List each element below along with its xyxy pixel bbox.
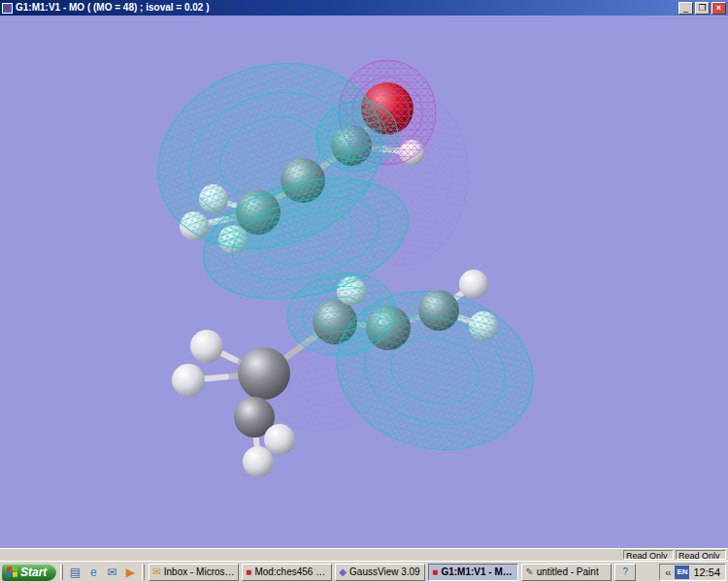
task-button-label: untitled - Paint <box>537 566 599 577</box>
task-button[interactable]: ✉Inbox - Microso... <box>149 564 239 581</box>
windows-logo-icon <box>7 566 17 577</box>
language-indicator[interactable]: EN <box>675 566 689 579</box>
start-button[interactable]: Start <box>2 564 56 581</box>
task-button-label: Inbox - Microso... <box>164 566 236 577</box>
task-button-label: GaussView 3.09 <box>349 566 420 577</box>
task-button[interactable]: ◆GaussView 3.09 <box>335 564 425 581</box>
taskbar-divider <box>142 565 145 580</box>
molecular-orbital-scene <box>0 16 728 548</box>
taskbar: Start ▤e✉▶ ✉Inbox - Microso...■Mod:ches4… <box>0 561 728 582</box>
task-button[interactable]: ■Mod:ches456 - ... <box>242 564 332 581</box>
atom-C <box>238 347 290 400</box>
task-button-icon: ◆ <box>339 565 347 580</box>
minimize-button[interactable]: _ <box>678 2 693 15</box>
task-button-label: Mod:ches456 - ... <box>254 566 328 577</box>
task-button-icon: ■ <box>246 565 251 580</box>
task-button-icon: ■ <box>432 565 438 580</box>
maximize-button[interactable]: ❐ <box>695 2 710 15</box>
tray-chevron-icon[interactable]: « <box>665 566 671 578</box>
window-title: G1:M1:V1 - MO ( (MO = 48) ; isoval = 0.0… <box>16 0 676 16</box>
atom-H <box>190 330 223 363</box>
task-button[interactable]: ✎untitled - Paint <box>521 564 612 581</box>
task-button-icon: ✉ <box>152 565 160 580</box>
status-bar: Read OnlyRead Only <box>0 548 728 561</box>
task-button-icon: ✎ <box>525 565 533 580</box>
status-panel: Read Only <box>676 550 726 560</box>
taskbar-divider <box>60 565 63 580</box>
task-button-icon: ? <box>623 565 629 580</box>
window-icon <box>2 3 13 14</box>
start-label: Start <box>20 566 47 579</box>
task-button-label: G1:M1:V1 - MO... <box>441 566 514 577</box>
atom-H <box>243 446 274 477</box>
media-player-icon[interactable]: ▶ <box>122 565 138 580</box>
outlook-express-icon[interactable]: ✉ <box>104 565 119 580</box>
system-tray: « EN 12:54 <box>659 564 726 581</box>
title-bar[interactable]: G1:M1:V1 - MO ( (MO = 48) ; isoval = 0.0… <box>0 0 728 16</box>
internet-explorer-icon[interactable]: e <box>85 565 101 580</box>
status-filler <box>2 550 621 560</box>
atom-H <box>459 270 488 299</box>
task-button[interactable]: ? <box>614 564 636 581</box>
molecule-viewport[interactable] <box>0 16 728 548</box>
status-panel: Read Only <box>623 550 674 560</box>
gaussview-mo-window: G1:M1:V1 - MO ( (MO = 48) ; isoval = 0.0… <box>0 0 728 582</box>
close-button[interactable]: × <box>711 2 726 15</box>
task-button-area: ✉Inbox - Microso...■Mod:ches456 - ...◆Ga… <box>149 564 656 581</box>
quick-launch-bar: ▤e✉▶ <box>67 565 138 580</box>
show-desktop-icon[interactable]: ▤ <box>67 565 83 580</box>
clock[interactable]: 12:54 <box>693 566 720 578</box>
atom-H <box>172 364 205 397</box>
task-button[interactable]: ■G1:M1:V1 - MO... <box>428 564 518 581</box>
